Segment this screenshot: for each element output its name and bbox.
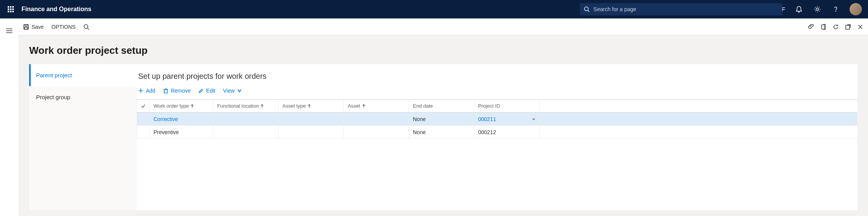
tab-project-group[interactable]: Project group	[29, 86, 137, 108]
remove-button[interactable]: Remove	[163, 88, 191, 94]
popout-icon[interactable]	[845, 24, 851, 30]
help-icon[interactable]	[828, 0, 843, 18]
sort-asc-icon	[260, 104, 264, 108]
sort-asc-icon	[190, 104, 194, 108]
side-tabs: Parent project Project group	[29, 64, 137, 210]
tab-parent-project[interactable]: Parent project	[29, 64, 137, 86]
svg-rect-4	[10, 8, 12, 10]
row-selector[interactable]	[137, 126, 150, 138]
svg-point-19	[84, 25, 88, 28]
svg-rect-17	[25, 25, 27, 26]
top-bar: Finance and Operations USMF	[0, 0, 868, 18]
svg-rect-6	[8, 11, 9, 12]
cell-asset[interactable]	[344, 126, 409, 138]
add-button[interactable]: Add	[138, 88, 155, 94]
grid-header-select[interactable]	[137, 100, 150, 112]
avatar[interactable]	[850, 3, 862, 15]
row-selector[interactable]	[137, 113, 150, 125]
close-icon[interactable]	[857, 24, 863, 30]
col-end-date[interactable]: End date	[409, 100, 474, 112]
attachments-icon[interactable]	[808, 24, 814, 30]
cell-end-date[interactable]: None	[409, 113, 474, 125]
panel-title: Set up parent projects for work orders	[137, 72, 857, 88]
cell-asset[interactable]	[344, 113, 409, 125]
svg-rect-21	[846, 25, 850, 29]
cell-project-id[interactable]: 000212	[474, 126, 540, 138]
svg-rect-1	[10, 6, 12, 8]
chevron-down-icon	[531, 117, 536, 121]
view-dropdown[interactable]: View	[223, 88, 242, 94]
svg-point-12	[835, 11, 836, 12]
add-label: Add	[146, 88, 155, 94]
table-row[interactable]: Preventive None 000212	[137, 126, 857, 139]
cell-asset-type[interactable]	[279, 126, 344, 138]
chevron-down-icon	[237, 88, 242, 93]
page-title: Work order project setup	[29, 45, 857, 56]
col-asset-type[interactable]: Asset type	[279, 100, 344, 112]
cell-work-order-type[interactable]: Corrective	[150, 113, 213, 125]
options-label: OPTIONS	[51, 24, 76, 30]
sort-asc-icon	[307, 104, 311, 108]
col-asset[interactable]: Asset	[344, 100, 409, 112]
col-project-id[interactable]: Project ID	[474, 100, 540, 112]
content-area: Work order project setup Parent project …	[18, 35, 868, 216]
save-label: Save	[31, 24, 44, 30]
remove-label: Remove	[171, 88, 191, 94]
grid-header: Work order type Functional location Asse…	[137, 100, 857, 113]
table-row[interactable]: Corrective None 000211	[137, 113, 857, 126]
svg-rect-3	[8, 8, 9, 10]
cell-end-date[interactable]: None	[409, 126, 474, 138]
svg-rect-2	[12, 6, 14, 8]
svg-point-11	[816, 8, 818, 10]
search-input[interactable]	[580, 3, 782, 15]
svg-rect-5	[12, 8, 14, 10]
cell-work-order-type[interactable]: Preventive	[150, 126, 213, 138]
action-bar: Save OPTIONS	[18, 18, 868, 35]
cell-project-id[interactable]: 000211	[474, 113, 540, 125]
svg-rect-7	[10, 11, 12, 12]
grid-toolbar: Add Remove Edit View	[137, 88, 857, 99]
options-button[interactable]: OPTIONS	[51, 24, 76, 30]
cell-functional-location[interactable]	[213, 126, 279, 138]
grid: Work order type Functional location Asse…	[137, 99, 857, 139]
app-title: Finance and Operations	[21, 6, 91, 13]
gear-icon[interactable]	[810, 0, 825, 18]
hamburger-icon[interactable]	[0, 23, 18, 38]
edit-label: Edit	[206, 88, 215, 94]
search-icon	[584, 6, 590, 12]
waffle-icon[interactable]	[3, 0, 18, 18]
save-button[interactable]: Save	[23, 24, 44, 30]
col-work-order-type[interactable]: Work order type	[150, 100, 213, 112]
bell-icon[interactable]	[791, 0, 807, 18]
svg-line-10	[588, 10, 589, 12]
nav-rail	[0, 18, 18, 216]
top-right: USMF	[770, 0, 865, 18]
svg-line-20	[87, 28, 89, 30]
check-icon	[141, 103, 145, 109]
search-action-icon[interactable]	[83, 24, 89, 30]
setup-panel: Parent project Project group Set up pare…	[29, 64, 857, 210]
edit-button[interactable]: Edit	[198, 88, 215, 94]
cell-asset-type[interactable]	[279, 113, 344, 125]
col-functional-location[interactable]: Functional location	[213, 100, 279, 112]
cell-functional-location[interactable]	[213, 113, 279, 125]
svg-point-9	[584, 7, 588, 11]
svg-rect-18	[25, 27, 28, 29]
search-container	[580, 3, 782, 15]
svg-rect-0	[8, 6, 9, 8]
sort-asc-icon	[362, 104, 366, 108]
office-icon[interactable]	[820, 24, 827, 30]
svg-rect-26	[164, 90, 167, 93]
view-label: View	[223, 88, 234, 94]
refresh-icon[interactable]	[833, 24, 839, 30]
svg-rect-8	[12, 11, 14, 12]
